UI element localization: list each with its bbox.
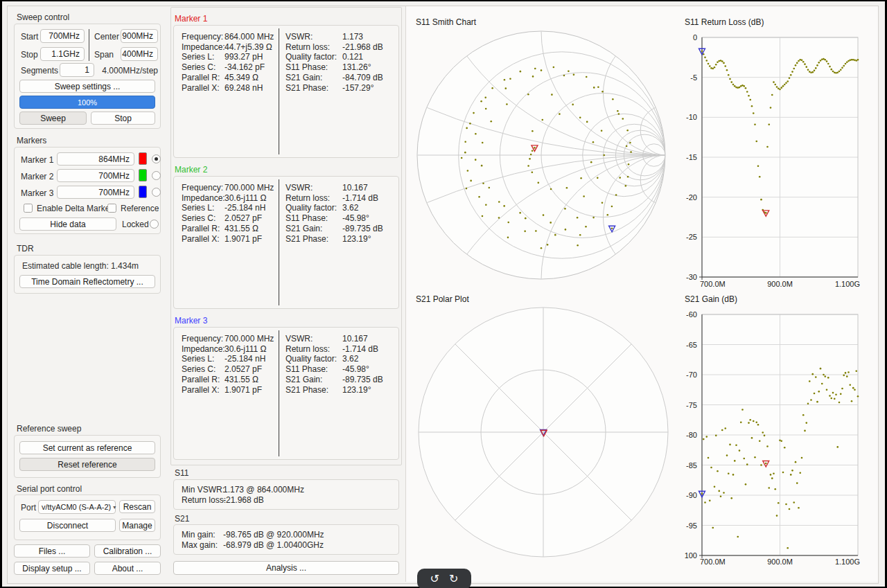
segments-label: Segments — [21, 66, 58, 75]
files-button[interactable]: Files ... — [14, 544, 90, 558]
marker-detail-value: -25.184 nH — [225, 354, 265, 364]
s11-summary-title: S11 — [175, 468, 188, 478]
marker-select-radio[interactable] — [152, 188, 161, 197]
segments-input[interactable]: 1 — [60, 63, 94, 77]
disconnect-button[interactable]: Disconnect — [19, 519, 116, 532]
reference-checkbox[interactable] — [107, 204, 116, 213]
about-button[interactable]: About ... — [94, 562, 161, 575]
marker-detail-key: Parallel R: — [182, 73, 220, 82]
analysis-button[interactable]: Analysis ... — [173, 561, 399, 575]
center-input[interactable]: 900MHz — [121, 29, 158, 43]
marker-detail-key: VSWR: — [286, 32, 313, 42]
marker-detail-divider — [279, 179, 279, 305]
marker-detail-value: -45.98° — [342, 213, 369, 223]
svg-text:-65: -65 — [686, 341, 697, 349]
stop-label: Stop — [21, 50, 38, 60]
marker-detail-value: -1.714 dB — [342, 193, 378, 203]
tdr-button[interactable]: Time Domain Reflectometry ... — [19, 275, 155, 288]
marker-detail-value: 993.27 pH — [225, 52, 263, 62]
marker-detail-value: 30.6-j111 Ω — [225, 344, 267, 354]
s11-return-loss-chart[interactable]: 0-5-10-15-20-25-30700.0M900.0M1.100G — [685, 30, 879, 294]
s21-gain-chart[interactable]: -60-65-70-75-80-85-90-95-100700.0M900.0M… — [685, 308, 879, 571]
marker-detail-key: Quality factor: — [286, 52, 337, 62]
marker-detail-key: Frequency: — [182, 334, 223, 344]
svg-text:700.0M: 700.0M — [700, 558, 726, 566]
svg-text:-15: -15 — [686, 153, 697, 161]
locked-radio[interactable] — [150, 220, 159, 229]
marker-detail-key: S11 Phase: — [286, 364, 328, 374]
sweep-settings-button[interactable]: Sweep settings ... — [19, 80, 155, 93]
manage-button[interactable]: Manage — [119, 519, 155, 532]
marker-detail-value: -84.709 dB — [342, 73, 383, 82]
calibration-button[interactable]: Calibration ... — [94, 544, 161, 558]
s21-polar-chart[interactable] — [409, 305, 679, 562]
summary-value: -98.765 dB @ 920.000MHz — [223, 530, 324, 540]
stop-input[interactable]: 1.1GHz — [40, 47, 85, 61]
marker-detail-key: Series C: — [182, 213, 216, 223]
marker-detail-divider — [279, 28, 279, 154]
marker-color-swatch[interactable] — [139, 152, 147, 165]
marker-color-swatch[interactable] — [139, 169, 147, 181]
marker-detail-value: -45.98° — [342, 364, 369, 374]
s11-smith-chart[interactable] — [409, 28, 679, 287]
port-dropdown[interactable]: v/ttyACM0 (S-A-A-2) ▾ — [38, 500, 116, 514]
svg-text:-25: -25 — [686, 233, 697, 241]
marker-frequency-input[interactable]: 864MHz — [57, 152, 134, 166]
marker-detail-value: 45.349 Ω — [225, 73, 258, 82]
reference-label: Reference — [121, 204, 159, 213]
stop-button[interactable]: Stop — [91, 112, 155, 125]
enable-delta-marker-checkbox[interactable] — [24, 204, 33, 213]
summary-key: Min VSWR: — [182, 485, 225, 495]
marker-detail-value: 3.62 — [342, 354, 358, 364]
locked-label: Locked — [122, 220, 149, 229]
marker-detail-value: 864.000 MHz — [225, 32, 274, 42]
marker-detail-value: 123.19° — [342, 385, 371, 395]
marker-detail-value: 10.167 — [342, 183, 368, 193]
marker-detail-key: S21 Phase: — [286, 385, 328, 395]
undo-icon[interactable]: ↺ — [430, 573, 439, 585]
marker-detail-key: S21 Gain: — [286, 73, 322, 82]
marker-select-radio[interactable] — [152, 154, 161, 163]
redo-icon[interactable]: ↻ — [449, 573, 458, 585]
hide-data-button[interactable]: Hide data — [19, 217, 116, 231]
marker-detail-value: 30.6-j111 Ω — [225, 193, 267, 203]
svg-text:-75: -75 — [686, 401, 697, 409]
s11-summary-box — [173, 479, 399, 510]
marker-detail-key: Series C: — [182, 62, 216, 72]
sweep-button[interactable]: Sweep — [19, 112, 87, 125]
svg-text:-100: -100 — [685, 551, 697, 560]
svg-text:-90: -90 — [686, 491, 697, 499]
marker-detail-key: Frequency: — [182, 32, 223, 42]
marker-detail-key: Series L: — [182, 52, 214, 62]
marker-frequency-input[interactable]: 700MHz — [57, 169, 134, 182]
marker-detail-value: 131.26° — [342, 62, 371, 72]
marker-detail-value: 123.19° — [342, 234, 371, 244]
marker-select-radio[interactable] — [152, 171, 161, 180]
marker-frequency-input[interactable]: 700MHz — [57, 186, 134, 199]
marker-detail-value: 2.0527 pF — [225, 213, 262, 223]
span-input[interactable]: 400MHz — [121, 47, 158, 61]
start-input[interactable]: 700MHz — [40, 29, 85, 43]
marker-detail-key: VSWR: — [286, 334, 313, 344]
marker-detail-key: Return loss: — [286, 344, 330, 354]
marker-detail-value: 1.173 — [342, 32, 363, 42]
summary-key: Max gain: — [182, 540, 218, 550]
rescan-button[interactable]: Rescan — [119, 500, 155, 513]
marker-detail-key: Return loss: — [286, 42, 330, 52]
svg-text:-80: -80 — [686, 431, 697, 439]
set-reference-button[interactable]: Set current as reference — [19, 441, 155, 454]
nanovna-saver-window: Sweep control Start 700MHz Center 900MHz… — [0, 0, 887, 588]
marker-detail-key: S21 Phase: — [286, 234, 328, 244]
marker-detail-title: Marker 1 — [175, 14, 207, 24]
display-setup-button[interactable]: Display setup ... — [14, 562, 90, 575]
smith-chart-title: S11 Smith Chart — [416, 17, 476, 27]
marker-color-swatch[interactable] — [139, 186, 147, 198]
reset-reference-button[interactable]: Reset reference — [19, 458, 155, 471]
s21-summary-box — [173, 524, 399, 555]
marker-detail-title: Marker 2 — [175, 165, 207, 175]
marker-detail-key: Parallel X: — [182, 234, 220, 244]
tdr-title: TDR — [17, 244, 34, 253]
marker-detail-value: 431.55 Ω — [225, 224, 258, 233]
marker-detail-value: 700.000 MHz — [225, 334, 274, 344]
svg-text:1.100G: 1.100G — [835, 280, 860, 288]
